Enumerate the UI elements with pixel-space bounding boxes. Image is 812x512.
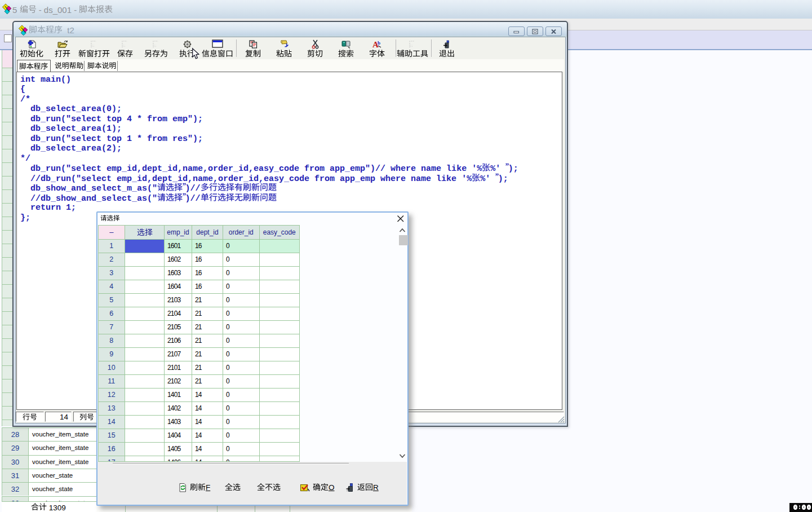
svg-text:b: b bbox=[378, 40, 380, 46]
